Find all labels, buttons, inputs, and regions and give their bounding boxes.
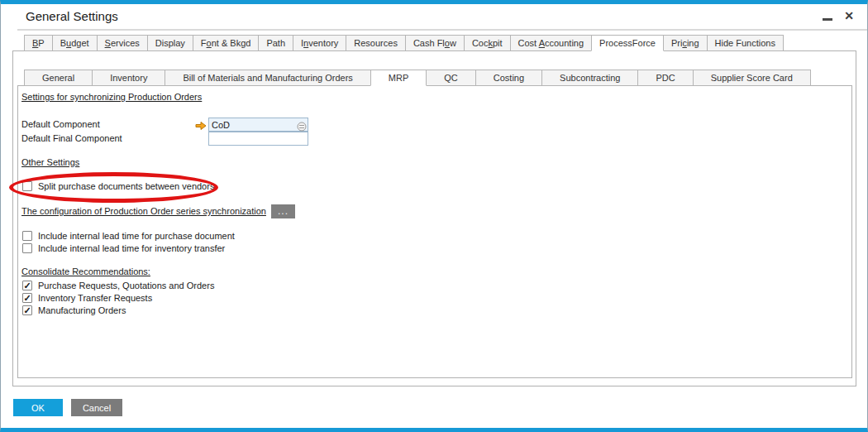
tab-supplier-score-card[interactable]: Supplier Score Card <box>693 70 811 86</box>
config-browse-button[interactable]: ... <box>271 204 295 218</box>
link-arrow-icon[interactable] <box>195 119 207 129</box>
checkbox-include-internal-lead-time-for-purchase-document[interactable] <box>22 231 32 241</box>
checkbox-label: Include internal lead time for inventory… <box>38 243 225 253</box>
tab-budget[interactable]: Budget <box>52 35 98 51</box>
processforce-sub-tabs: GeneralInventoryBill of Materials and Ma… <box>25 70 811 86</box>
lead-time-checkbox-group: Include internal lead time for purchase … <box>22 229 235 254</box>
default-final-component-label: Default Final Component <box>21 133 122 143</box>
sync-settings-heading: Settings for synchronizing Production Or… <box>21 92 202 102</box>
tab-inventory[interactable]: Inventory <box>92 70 165 86</box>
tab-display[interactable]: Display <box>147 35 193 51</box>
tab-resources[interactable]: Resources <box>346 35 406 51</box>
tab-costing[interactable]: Costing <box>475 70 542 86</box>
window-title: General Settings <box>26 9 118 23</box>
tab-qc[interactable]: QC <box>426 70 476 86</box>
other-settings-heading: Other Settings <box>21 157 79 167</box>
tab-hide-functions[interactable]: Hide Functions <box>707 35 784 51</box>
tab-processforce[interactable]: ProcessForce <box>591 35 664 51</box>
tab-path[interactable]: Path <box>258 35 293 51</box>
checkbox-row: ✓Purchase Requests, Quotations and Order… <box>22 279 214 291</box>
checkbox-manufacturing-orders[interactable]: ✓ <box>22 305 32 315</box>
tab-general[interactable]: General <box>24 70 93 86</box>
checkbox-label: Manufacturing Orders <box>38 305 126 315</box>
consolidate-heading: Consolidate Recommendations: <box>21 266 150 276</box>
tab-cash-flow[interactable]: Cash Flow <box>405 35 465 51</box>
ok-button[interactable]: OK <box>13 399 63 416</box>
general-settings-window: General Settings ✕ BPBudgetServicesDispl… <box>0 0 868 432</box>
tab-services[interactable]: Services <box>97 35 148 51</box>
checkbox-purchase-requests-quotations-and-orders[interactable]: ✓ <box>22 281 32 290</box>
checkbox-row: Include internal lead time for inventory… <box>22 242 235 254</box>
title-bar: General Settings ✕ <box>1 4 867 30</box>
title-separator <box>17 29 867 31</box>
checkbox-row: ✓Inventory Transfer Requests <box>22 291 214 304</box>
tab-cost-accounting[interactable]: Cost Accounting <box>510 35 593 51</box>
cancel-button[interactable]: Cancel <box>71 399 122 416</box>
close-button[interactable]: ✕ <box>842 9 856 22</box>
tab-pricing[interactable]: Pricing <box>663 35 708 51</box>
checkbox-include-internal-lead-time-for-inventory-transfer[interactable] <box>22 243 32 253</box>
tab-pdc[interactable]: PDC <box>637 70 693 86</box>
tab-bill-of-materials-and-manufacturing-orders[interactable]: Bill of Materials and Manufacturing Orde… <box>165 70 370 86</box>
checkbox-label: Split purchase documents between vendors <box>38 181 214 191</box>
checkbox-row: ✓Manufacturing Orders <box>22 304 214 316</box>
checkbox-label: Inventory Transfer Requests <box>38 293 152 303</box>
choose-from-list-icon[interactable] <box>297 120 307 130</box>
config-sync-label: The configuration of Production Order se… <box>21 206 266 216</box>
main-tabs: BPBudgetServicesDisplayFont & BkgdPathIn… <box>25 35 784 51</box>
default-component-label: Default Component <box>21 119 100 129</box>
default-component-input[interactable] <box>208 118 308 132</box>
checkbox-label: Include internal lead time for purchase … <box>38 231 235 241</box>
tab-font-bkgd[interactable]: Font & Bkgd <box>193 35 260 51</box>
tab-mrp[interactable]: MRP <box>370 70 427 86</box>
tab-subcontracting[interactable]: Subcontracting <box>541 70 638 86</box>
tab-bp[interactable]: BP <box>24 35 53 51</box>
checkbox-row: Include internal lead time for purchase … <box>22 229 235 242</box>
checkbox-label: Purchase Requests, Quotations and Orders <box>38 281 214 290</box>
tab-inventory[interactable]: Inventory <box>293 35 346 51</box>
tab-cockpit[interactable]: Cockpit <box>464 35 511 51</box>
consolidate-checkbox-group: ✓Purchase Requests, Quotations and Order… <box>22 279 214 316</box>
checkbox-inventory-transfer-requests[interactable]: ✓ <box>22 293 32 303</box>
default-final-component-input[interactable] <box>208 132 308 146</box>
minimize-button[interactable] <box>821 9 834 22</box>
minimize-icon <box>823 18 832 21</box>
checkbox-split-purchase-documents[interactable] <box>22 181 32 191</box>
split-checkbox-row: Split purchase documents between vendors <box>22 180 214 192</box>
